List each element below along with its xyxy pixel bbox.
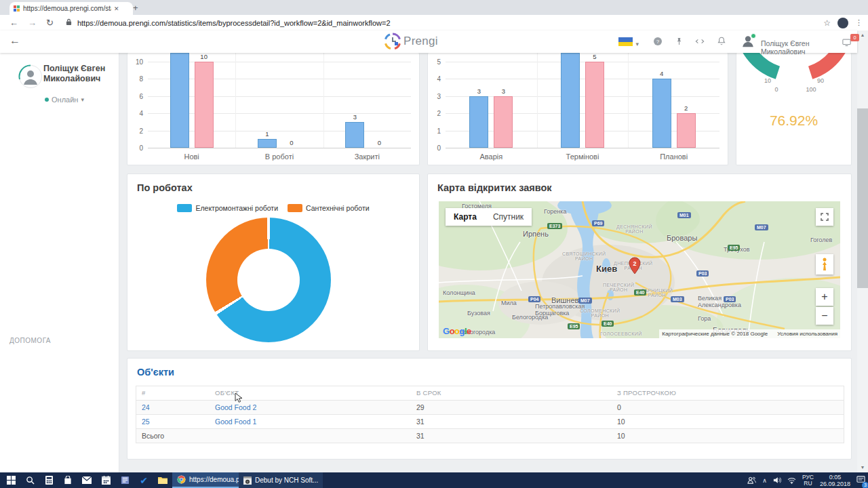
taskbar-explorer-icon[interactable] bbox=[153, 472, 172, 488]
gauge-value: 76.92% bbox=[736, 113, 851, 129]
donut-chart[interactable] bbox=[206, 218, 331, 342]
map-button[interactable]: Карта bbox=[446, 208, 485, 226]
tray-notification-icon[interactable]: 3 bbox=[856, 474, 865, 487]
lock-icon bbox=[66, 18, 72, 28]
tray-chevron-icon[interactable]: ∧ bbox=[762, 477, 767, 484]
forward-icon[interactable]: → bbox=[28, 18, 37, 28]
panel-by-works: По роботах Електромонтажні роботиСантехн… bbox=[127, 174, 420, 351]
y-axis-label: 5 bbox=[428, 58, 441, 66]
taskbar-todo-icon[interactable]: ✔ bbox=[134, 472, 153, 488]
tray-people-icon[interactable] bbox=[747, 474, 756, 487]
online-dot bbox=[751, 33, 756, 39]
pin-icon[interactable] bbox=[674, 36, 684, 49]
tray-language[interactable]: РУСRU bbox=[802, 474, 814, 487]
zoom-out-button[interactable]: − bbox=[816, 307, 833, 325]
bar-pink-2[interactable] bbox=[677, 113, 696, 148]
bar-blue-2[interactable] bbox=[345, 122, 364, 148]
brand-logo[interactable]: Prengi bbox=[384, 33, 438, 50]
browser-tab[interactable]: https://demoua.prengi.com/stati ✕ bbox=[9, 2, 133, 15]
bar-value-label: 10 bbox=[191, 53, 218, 60]
y-axis-label: 10 bbox=[127, 58, 143, 66]
taskbar-search-icon[interactable] bbox=[20, 472, 39, 488]
donut-hole bbox=[237, 249, 300, 311]
header-user-name[interactable]: Поліщук Євген Миколайович bbox=[761, 39, 842, 56]
bar-blue-0[interactable] bbox=[170, 53, 189, 148]
user-avatar[interactable] bbox=[741, 34, 755, 52]
new-tab-button[interactable]: + bbox=[133, 3, 138, 13]
status-dot bbox=[45, 98, 49, 102]
reload-icon[interactable]: ↻ bbox=[46, 18, 54, 28]
table-cell[interactable]: 25 bbox=[136, 415, 210, 428]
table-cell: 31 bbox=[411, 415, 612, 428]
scrollbar-thumb[interactable] bbox=[857, 108, 868, 288]
scroll-down-arrow[interactable]: ▼ bbox=[857, 463, 868, 472]
tray-wifi-icon[interactable] bbox=[787, 474, 796, 487]
taskbar-store-icon[interactable] bbox=[58, 472, 77, 488]
bar-pink-0[interactable] bbox=[195, 62, 214, 148]
taskbar-mail-icon[interactable] bbox=[77, 472, 96, 488]
map-label: Колонщина bbox=[443, 289, 475, 296]
tab-close-icon[interactable]: ✕ bbox=[114, 5, 119, 12]
table-cell: 10 bbox=[612, 429, 844, 443]
browser-menu-icon[interactable]: ⋮ bbox=[855, 18, 863, 27]
road-badge: Р69 bbox=[592, 220, 604, 226]
sidebar-user-status[interactable]: Онлайн ▾ bbox=[45, 96, 84, 104]
language-flag[interactable]: ▾ bbox=[618, 37, 639, 49]
table-cell bbox=[210, 429, 411, 443]
fullscreen-button[interactable] bbox=[816, 208, 833, 226]
bookmark-star-icon[interactable]: ☆ bbox=[823, 18, 831, 28]
column-header: В СРОК bbox=[411, 386, 612, 400]
table-cell[interactable]: Good Food 1 bbox=[210, 415, 411, 428]
map-label: Киев bbox=[596, 264, 617, 274]
bar-value-label: 2 bbox=[673, 104, 700, 112]
sidebar-avatar[interactable] bbox=[18, 64, 43, 92]
url-text[interactable]: https://demoua.prengi.com/statistics/ite… bbox=[77, 19, 391, 27]
start-button[interactable] bbox=[1, 472, 20, 488]
gauge-tick-90: 90 bbox=[817, 77, 824, 84]
bell-icon[interactable] bbox=[716, 35, 727, 49]
bar-blue-1[interactable] bbox=[561, 53, 580, 148]
flag-caret-icon: ▾ bbox=[635, 41, 639, 47]
map[interactable]: ГостомеляБучаГоренкаИрпеньДЕСНЯНСКИЙ РАЙ… bbox=[439, 201, 840, 338]
taskbar-calculator-icon[interactable] bbox=[39, 472, 58, 488]
y-axis-label: 4 bbox=[127, 110, 143, 117]
map-label: Белогородка bbox=[512, 314, 548, 321]
tray-speaker-icon[interactable] bbox=[773, 474, 781, 487]
bar-pink-1[interactable] bbox=[585, 62, 604, 148]
prengi-logo-icon bbox=[384, 33, 401, 50]
category-separator bbox=[235, 53, 236, 148]
bar-blue-1[interactable] bbox=[258, 139, 277, 148]
terms-link[interactable]: Условия использования bbox=[777, 331, 837, 337]
zoom-in-button[interactable]: + bbox=[816, 288, 833, 306]
bar-blue-0[interactable] bbox=[469, 96, 488, 148]
bar-blue-2[interactable] bbox=[652, 79, 671, 148]
map-marker[interactable]: 2 bbox=[628, 257, 642, 274]
pegman-control[interactable] bbox=[816, 254, 833, 274]
bar-pink-0[interactable] bbox=[494, 96, 513, 148]
google-logo[interactable]: Google bbox=[443, 326, 471, 336]
tray-clock[interactable]: 0:0526.09.2018 bbox=[820, 474, 850, 487]
table-cell: 29 bbox=[411, 401, 612, 414]
legend-swatch bbox=[288, 204, 302, 212]
bar-value-label: 3 bbox=[341, 113, 368, 121]
app-back-button[interactable]: ← bbox=[9, 35, 20, 47]
y-axis-label: 2 bbox=[127, 127, 143, 135]
help-icon[interactable]: ? bbox=[652, 36, 663, 49]
category-separator bbox=[323, 53, 324, 148]
legend-item-1[interactable]: Сантехнічні роботи bbox=[288, 204, 370, 212]
gridline bbox=[446, 79, 719, 79]
code-icon[interactable] bbox=[694, 36, 705, 49]
satellite-button[interactable]: Спутник bbox=[485, 208, 532, 226]
road-badge: М07 bbox=[755, 224, 768, 230]
taskbar-calendar-icon[interactable] bbox=[96, 472, 115, 488]
gauge-tick-0: 0 bbox=[774, 86, 778, 93]
browser-tabstrip: https://demoua.prengi.com/stati ✕ + bbox=[0, 0, 868, 15]
legend-item-0[interactable]: Електромонтажні роботи bbox=[177, 204, 278, 212]
table-cell[interactable]: 24 bbox=[136, 401, 210, 414]
taskbar-debut-window[interactable]: Debut by NCH Soft... bbox=[239, 472, 323, 488]
google-logo-letter: g bbox=[460, 326, 465, 336]
gauge-arcs: 10 0 90 100 bbox=[736, 53, 851, 107]
taskbar-onenote-icon[interactable] bbox=[115, 472, 134, 488]
browser-profile-avatar[interactable] bbox=[837, 18, 848, 28]
back-icon[interactable]: ← bbox=[9, 18, 18, 28]
